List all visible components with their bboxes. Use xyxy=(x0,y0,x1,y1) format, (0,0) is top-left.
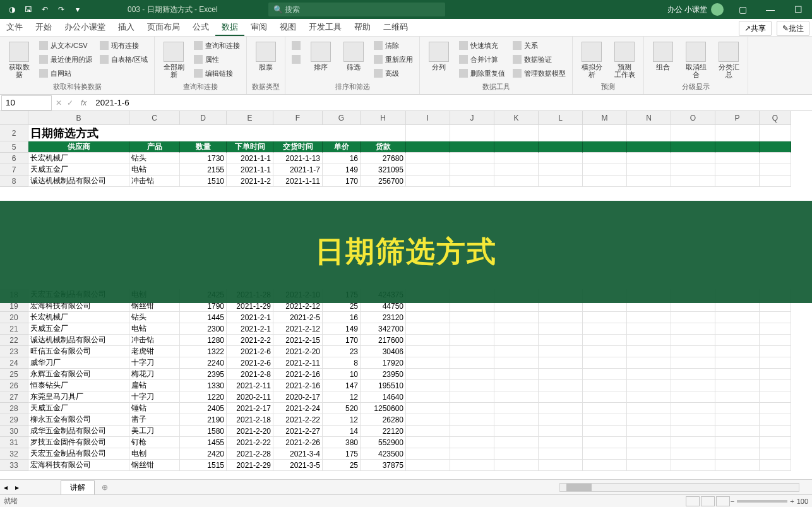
sheet-tab[interactable]: 讲解 xyxy=(61,480,95,494)
cell[interactable] xyxy=(627,437,671,448)
cell[interactable] xyxy=(671,369,715,380)
cell[interactable] xyxy=(539,125,583,141)
col-header-E[interactable]: E xyxy=(227,111,273,125)
cell[interactable] xyxy=(406,460,450,471)
cell[interactable] xyxy=(583,323,627,335)
cell[interactable] xyxy=(406,125,450,141)
cell[interactable] xyxy=(715,414,760,426)
cell[interactable] xyxy=(406,369,450,380)
cell[interactable] xyxy=(450,312,494,323)
cell[interactable]: 柳永五金有限公司 xyxy=(28,414,129,426)
cell[interactable] xyxy=(406,437,450,448)
page-title[interactable]: 日期筛选方式 xyxy=(28,125,406,141)
cell[interactable]: 2420 xyxy=(180,448,227,460)
cell[interactable] xyxy=(406,391,450,403)
ribbon-编辑链接[interactable]: 编辑链接 xyxy=(191,67,242,80)
cell[interactable] xyxy=(494,403,539,414)
tab-插入[interactable]: 插入 xyxy=(112,18,141,36)
cell[interactable] xyxy=(539,437,583,448)
cell[interactable] xyxy=(627,335,671,346)
cell[interactable]: 宏海科技有限公司 xyxy=(28,460,129,471)
cell[interactable]: 149 xyxy=(323,164,361,176)
cell[interactable]: 1322 xyxy=(180,346,227,357)
cell[interactable] xyxy=(715,141,760,153)
cell[interactable]: 1515 xyxy=(180,460,227,471)
cell[interactable] xyxy=(583,426,627,437)
cell[interactable] xyxy=(760,312,791,323)
view-break-button[interactable] xyxy=(716,496,730,506)
sort-ZA[interactable] xyxy=(289,53,303,66)
col-header-B[interactable]: B xyxy=(28,111,129,125)
cell[interactable] xyxy=(494,164,539,176)
cell[interactable] xyxy=(627,346,671,357)
cell[interactable] xyxy=(450,346,494,357)
cell[interactable] xyxy=(627,426,671,437)
cell[interactable] xyxy=(583,380,627,391)
cell[interactable]: 2300 xyxy=(180,323,227,335)
cell[interactable] xyxy=(539,380,583,391)
cell[interactable] xyxy=(715,380,760,391)
row-header-2[interactable]: 2 xyxy=(0,125,28,141)
cell[interactable]: 天威五金厂 xyxy=(28,164,129,176)
ribbon-自网站[interactable]: 自网站 xyxy=(37,67,95,80)
view-layout-button[interactable] xyxy=(701,496,715,506)
cell[interactable] xyxy=(406,346,450,357)
cell[interactable] xyxy=(671,323,715,335)
row-header-23[interactable]: 23 xyxy=(0,346,28,357)
cell[interactable] xyxy=(583,369,627,380)
cell[interactable] xyxy=(450,125,494,141)
cell[interactable]: 冲击钻 xyxy=(129,176,180,187)
cell[interactable]: 175 xyxy=(323,448,361,460)
tab-页面布局[interactable]: 页面布局 xyxy=(141,18,186,36)
cell[interactable]: 195510 xyxy=(361,380,406,391)
cell[interactable]: 2240 xyxy=(180,357,227,369)
cell[interactable] xyxy=(539,414,583,426)
cell[interactable] xyxy=(450,357,494,369)
cell[interactable]: 16 xyxy=(323,312,361,323)
cell[interactable] xyxy=(450,403,494,414)
cell[interactable]: 1250600 xyxy=(361,403,406,414)
cell[interactable] xyxy=(671,357,715,369)
cell[interactable]: 2021-2-5 xyxy=(273,312,323,323)
cell[interactable] xyxy=(760,460,791,471)
cell[interactable] xyxy=(406,141,450,153)
cell[interactable] xyxy=(627,357,671,369)
cell[interactable] xyxy=(450,141,494,153)
cell[interactable] xyxy=(406,312,450,323)
cell[interactable]: 2021-2-8 xyxy=(227,369,273,380)
tab-文件[interactable]: 文件 xyxy=(0,18,29,36)
ribbon-组合[interactable]: 组合 xyxy=(648,39,678,81)
cell[interactable]: 十字刀 xyxy=(129,391,180,403)
cell[interactable] xyxy=(494,153,539,164)
cell[interactable] xyxy=(539,346,583,357)
cell[interactable]: 电钻 xyxy=(129,164,180,176)
save-icon[interactable]: 🖫 xyxy=(23,4,34,15)
cell[interactable]: 单价 xyxy=(323,141,361,153)
col-header-G[interactable]: G xyxy=(323,111,361,125)
comment-button[interactable]: ✎ 批注 xyxy=(777,21,809,36)
cell[interactable] xyxy=(715,426,760,437)
cell[interactable] xyxy=(539,153,583,164)
sheet-nav-next-icon[interactable]: ▸ xyxy=(11,483,23,492)
cell[interactable]: 钻头 xyxy=(129,312,180,323)
cell[interactable]: 东莞皇马刀具厂 xyxy=(28,391,129,403)
ribbon-options-icon[interactable]: ▢ xyxy=(729,0,756,19)
col-header-P[interactable]: P xyxy=(715,111,760,125)
cell[interactable] xyxy=(760,125,791,141)
cell[interactable]: 长宏机械厂 xyxy=(28,153,129,164)
cell[interactable] xyxy=(715,153,760,164)
cell[interactable] xyxy=(760,391,791,403)
cell[interactable]: 2021-1-1 xyxy=(227,153,273,164)
cell[interactable] xyxy=(627,369,671,380)
ribbon-股票[interactable]: 股票 xyxy=(251,39,281,81)
cell[interactable]: 380 xyxy=(323,437,361,448)
cell[interactable] xyxy=(494,448,539,460)
cell[interactable]: 1445 xyxy=(180,312,227,323)
col-header-H[interactable]: H xyxy=(361,111,406,125)
cell[interactable] xyxy=(450,426,494,437)
row-header-6[interactable]: 6 xyxy=(0,153,28,164)
ribbon-取消组合[interactable]: 取消组合 xyxy=(681,39,711,81)
cell[interactable] xyxy=(760,323,791,335)
cell[interactable]: 37875 xyxy=(361,460,406,471)
cell[interactable]: 2021-1-11 xyxy=(273,176,323,187)
